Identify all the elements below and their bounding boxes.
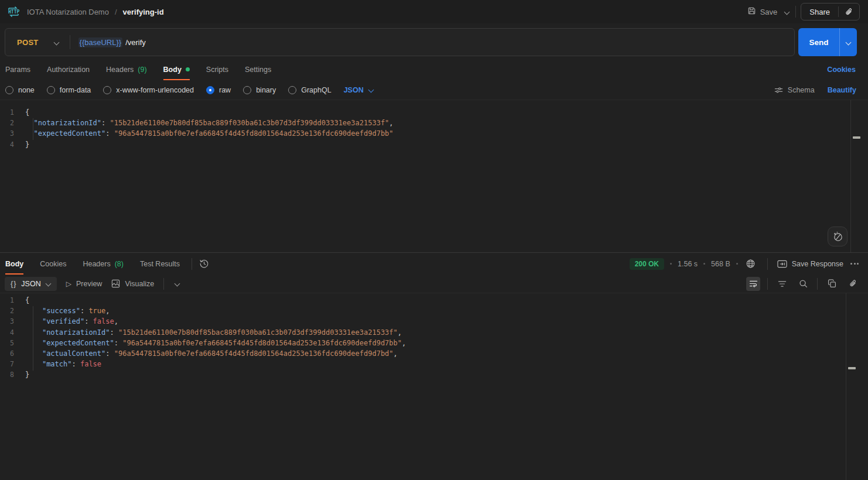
- separator-dot: [670, 263, 672, 265]
- breadcrumb-request-name[interactable]: verifying-id: [123, 8, 164, 16]
- code-line: 1{: [0, 107, 868, 118]
- response-tab-cookies[interactable]: Cookies: [32, 253, 74, 275]
- radio-icon: [47, 86, 55, 94]
- search-icon: [799, 279, 808, 288]
- response-history-button[interactable]: [196, 253, 213, 275]
- headers-count-badge: (9): [138, 66, 146, 74]
- body-type-x-www-form-urlencoded[interactable]: x-www-form-urlencoded: [103, 86, 194, 94]
- status-badge[interactable]: 200 OK: [630, 258, 664, 270]
- chevron-down-icon: [846, 40, 851, 45]
- postbot-button[interactable]: [828, 227, 848, 246]
- url-variable-chip[interactable]: {{baseURL}}: [78, 37, 123, 47]
- paperclip-icon: [845, 8, 853, 16]
- body-type-raw[interactable]: raw: [206, 86, 231, 94]
- line-number: 5: [0, 339, 21, 347]
- postbot-sparkle-icon: [832, 231, 843, 242]
- app-window: HTTP IOTA Notarization Demo / verifying-…: [0, 0, 868, 480]
- link-response-button[interactable]: [846, 277, 860, 291]
- radio-icon: [243, 86, 251, 94]
- network-info-button[interactable]: [744, 257, 758, 271]
- indent-guide: [33, 118, 33, 140]
- request-url-row: POST {{baseURL}} /verify Send: [5, 28, 857, 56]
- save-icon: [747, 6, 756, 17]
- line-number: 2: [0, 307, 21, 315]
- tab-settings[interactable]: Settings: [237, 59, 279, 80]
- copy-response-button[interactable]: [825, 277, 839, 291]
- chevron-down-icon: [175, 281, 180, 286]
- wrap-text-button[interactable]: [746, 277, 760, 291]
- tab-params[interactable]: Params: [5, 59, 39, 80]
- save-response-button[interactable]: Save Response: [777, 260, 843, 268]
- response-editor-scrollbar[interactable]: [846, 293, 861, 480]
- save-label: Save: [760, 8, 778, 16]
- breadcrumb-collection[interactable]: IOTA Notarization Demo: [27, 8, 109, 16]
- scroll-marker: [848, 367, 856, 369]
- save-options-button[interactable]: [783, 7, 791, 17]
- format-actions: Schema Beautify: [774, 80, 856, 100]
- response-tabs: Body Cookies Headers (8) Test Results 20…: [0, 253, 868, 275]
- divider: [795, 6, 796, 18]
- response-time[interactable]: 1.56 s: [678, 260, 698, 268]
- divider: [163, 278, 164, 290]
- response-tab-headers[interactable]: Headers (8): [74, 253, 132, 275]
- code-line: 4}: [0, 139, 868, 150]
- top-bar: HTTP IOTA Notarization Demo / verifying-…: [0, 0, 868, 23]
- tab-authorization[interactable]: Authorization: [39, 59, 98, 80]
- code-line: 8}: [0, 369, 868, 380]
- tab-headers[interactable]: Headers (9): [98, 59, 155, 80]
- line-number: 1: [0, 296, 21, 304]
- scroll-marker: [853, 136, 860, 139]
- more-options-icon[interactable]: [849, 262, 860, 266]
- filter-button[interactable]: [775, 277, 789, 291]
- request-editor-scrollbar[interactable]: [850, 100, 866, 252]
- tab-scripts[interactable]: Scripts: [198, 59, 237, 80]
- response-size[interactable]: 568 B: [711, 260, 730, 268]
- body-type-binary[interactable]: binary: [243, 86, 276, 94]
- response-body-viewer[interactable]: 1{2 "success": true,3 "verified": false,…: [0, 293, 868, 480]
- visualize-options-button[interactable]: [173, 279, 181, 289]
- body-type-graphql[interactable]: GraphQL: [288, 86, 331, 94]
- sliders-icon: [774, 86, 783, 94]
- response-format-selector[interactable]: {} JSON: [5, 277, 57, 291]
- visualize-button[interactable]: Visualize: [111, 279, 154, 288]
- line-number: 4: [0, 140, 21, 149]
- send-button[interactable]: Send: [798, 28, 839, 56]
- braces-icon: {}: [11, 280, 16, 288]
- language-selector[interactable]: JSON: [344, 86, 374, 94]
- indent-guide: [33, 306, 33, 371]
- preview-button[interactable]: ▷ Preview: [66, 280, 102, 288]
- save-response-icon: [777, 260, 787, 268]
- radio-icon: [288, 86, 296, 94]
- send-options-button[interactable]: [839, 28, 857, 56]
- history-clock-icon: [199, 259, 209, 269]
- url-input[interactable]: {{baseURL}} /verify: [70, 35, 794, 49]
- response-tab-test-results[interactable]: Test Results: [132, 253, 188, 275]
- filter-icon: [778, 280, 787, 287]
- body-type-form-data[interactable]: form-data: [47, 86, 91, 94]
- request-body-editor[interactable]: 1{2 "notarizationId": "15b21de61100e7b80…: [0, 100, 868, 252]
- response-tab-body[interactable]: Body: [5, 253, 32, 275]
- body-type-none[interactable]: none: [5, 86, 35, 94]
- request-body-code: 1{2 "notarizationId": "15b21de61100e7b80…: [0, 107, 868, 150]
- search-button[interactable]: [796, 277, 810, 291]
- chevron-down-icon: [368, 87, 374, 92]
- code-line: 2 "success": true,: [0, 306, 868, 316]
- line-number: 1: [0, 108, 21, 116]
- http-request-icon: HTTP: [6, 5, 21, 18]
- save-button[interactable]: Save: [746, 4, 779, 19]
- cookies-link[interactable]: Cookies: [827, 59, 856, 80]
- method-selector[interactable]: POST: [5, 29, 70, 56]
- breadcrumb: HTTP IOTA Notarization Demo / verifying-…: [6, 5, 164, 18]
- beautify-button[interactable]: Beautify: [828, 86, 856, 94]
- code-line: 3 "expectedContent": "96a5447815a0bf0e7e…: [0, 128, 868, 139]
- url-path: /verify: [125, 38, 146, 47]
- body-modified-dot: [186, 67, 190, 71]
- tab-body[interactable]: Body: [155, 59, 198, 80]
- radio-icon: [103, 86, 111, 94]
- line-number: 2: [0, 119, 21, 127]
- wrap-text-icon: [749, 280, 758, 287]
- copy-link-button[interactable]: [839, 4, 859, 20]
- share-button[interactable]: Share: [801, 4, 838, 20]
- schema-button[interactable]: Schema: [774, 86, 815, 94]
- response-status-cluster: 200 OK 1.56 s 568 B Save Response: [630, 253, 860, 275]
